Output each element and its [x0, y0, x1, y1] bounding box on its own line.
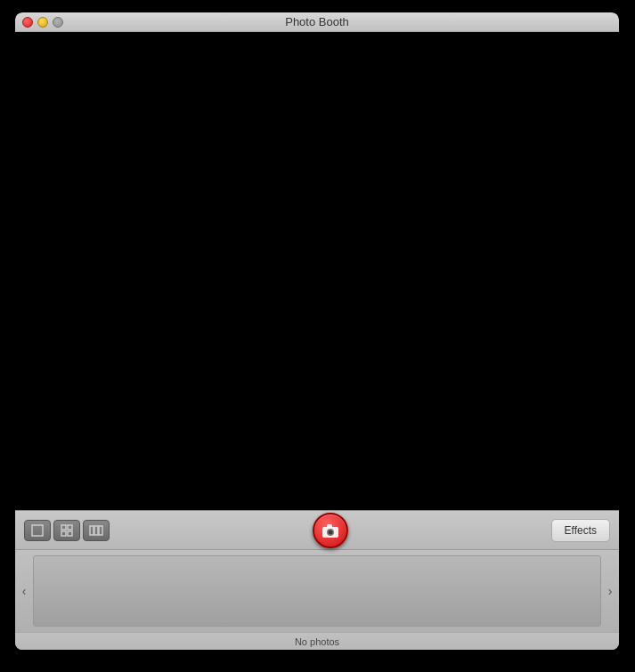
scroll-right-button[interactable]: › [601, 550, 619, 632]
photo-strip-area: ‹ › [15, 550, 619, 632]
svg-rect-1 [61, 525, 66, 530]
svg-rect-6 [94, 526, 98, 535]
svg-rect-2 [68, 525, 72, 530]
main-window: Photo Booth [15, 12, 619, 650]
status-text: No photos [295, 636, 339, 647]
grid-view-icon [60, 523, 74, 538]
zoom-button[interactable] [53, 17, 63, 28]
svg-rect-0 [32, 525, 43, 536]
status-bar: No photos [15, 632, 619, 650]
svg-point-11 [328, 530, 332, 534]
scroll-left-button[interactable]: ‹ [15, 550, 33, 632]
single-view-button[interactable] [24, 520, 51, 541]
view-buttons [24, 520, 110, 541]
svg-rect-7 [99, 526, 102, 535]
capture-btn-container [110, 513, 551, 548]
bottom-panel: Effects ‹ › No photos [15, 510, 619, 650]
svg-rect-9 [327, 524, 332, 528]
minimize-button[interactable] [37, 17, 48, 28]
traffic-lights [22, 17, 63, 28]
close-button[interactable] [22, 17, 33, 28]
window-title: Photo Booth [285, 15, 349, 28]
strip-view-button[interactable] [83, 520, 110, 541]
svg-rect-3 [61, 531, 66, 536]
camera-icon [321, 522, 340, 538]
camera-viewport [15, 32, 619, 510]
capture-button[interactable] [313, 513, 348, 548]
effects-button[interactable]: Effects [551, 519, 610, 542]
svg-rect-5 [90, 526, 94, 535]
svg-rect-4 [68, 531, 72, 536]
toolbar: Effects [15, 511, 619, 550]
grid-view-button[interactable] [53, 520, 80, 541]
strip-view-icon [89, 523, 103, 538]
single-view-icon [30, 523, 45, 538]
titlebar: Photo Booth [15, 12, 619, 32]
photo-strip [33, 555, 601, 627]
